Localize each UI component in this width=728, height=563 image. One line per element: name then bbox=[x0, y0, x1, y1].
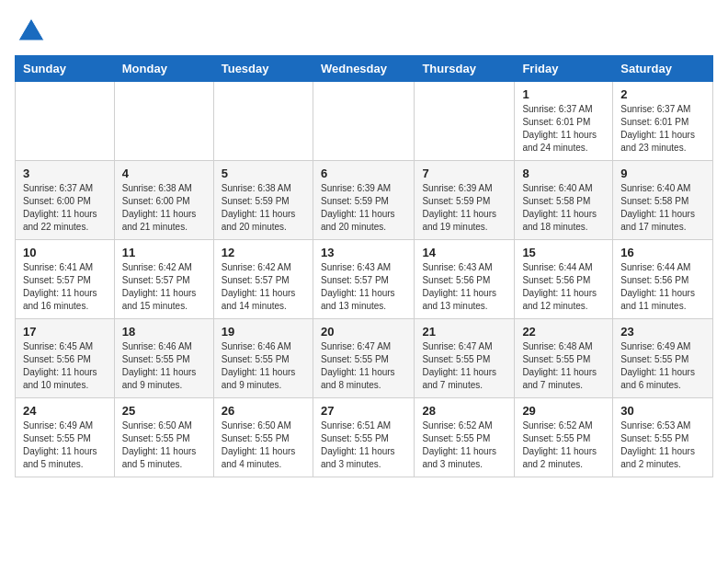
calendar-cell: 13Sunrise: 6:43 AM Sunset: 5:57 PM Dayli… bbox=[313, 240, 414, 319]
day-info: Sunrise: 6:46 AM Sunset: 5:55 PM Dayligh… bbox=[222, 340, 305, 392]
calendar-cell: 29Sunrise: 6:52 AM Sunset: 5:55 PM Dayli… bbox=[515, 398, 613, 477]
day-info: Sunrise: 6:51 AM Sunset: 5:55 PM Dayligh… bbox=[321, 419, 406, 471]
day-number: 10 bbox=[23, 246, 107, 259]
calendar-cell: 30Sunrise: 6:53 AM Sunset: 5:55 PM Dayli… bbox=[613, 398, 713, 477]
day-info: Sunrise: 6:42 AM Sunset: 5:57 PM Dayligh… bbox=[122, 261, 206, 313]
calendar-cell: 8Sunrise: 6:40 AM Sunset: 5:58 PM Daylig… bbox=[515, 161, 613, 240]
day-number: 1 bbox=[522, 87, 605, 101]
calendar-cell: 2Sunrise: 6:37 AM Sunset: 6:01 PM Daylig… bbox=[613, 82, 713, 161]
day-info: Sunrise: 6:50 AM Sunset: 5:55 PM Dayligh… bbox=[222, 419, 305, 471]
day-info: Sunrise: 6:39 AM Sunset: 5:59 PM Dayligh… bbox=[321, 182, 406, 234]
calendar-cell bbox=[16, 82, 115, 161]
calendar-cell: 3Sunrise: 6:37 AM Sunset: 6:00 PM Daylig… bbox=[16, 161, 115, 240]
day-number: 26 bbox=[222, 404, 305, 418]
day-info: Sunrise: 6:38 AM Sunset: 6:00 PM Dayligh… bbox=[122, 182, 206, 234]
calendar-cell: 26Sunrise: 6:50 AM Sunset: 5:55 PM Dayli… bbox=[213, 398, 313, 477]
calendar-week-row: 17Sunrise: 6:45 AM Sunset: 5:56 PM Dayli… bbox=[16, 319, 713, 398]
calendar-cell: 16Sunrise: 6:44 AM Sunset: 5:56 PM Dayli… bbox=[613, 240, 713, 319]
day-number: 20 bbox=[321, 325, 406, 339]
day-info: Sunrise: 6:49 AM Sunset: 5:55 PM Dayligh… bbox=[620, 340, 705, 392]
day-number: 3 bbox=[23, 167, 107, 180]
day-info: Sunrise: 6:45 AM Sunset: 5:56 PM Dayligh… bbox=[23, 340, 107, 392]
calendar-cell: 23Sunrise: 6:49 AM Sunset: 5:55 PM Dayli… bbox=[613, 319, 713, 398]
day-number: 29 bbox=[522, 404, 605, 418]
day-number: 15 bbox=[522, 246, 605, 259]
day-number: 27 bbox=[321, 404, 406, 418]
day-number: 7 bbox=[422, 167, 506, 180]
calendar-week-row: 24Sunrise: 6:49 AM Sunset: 5:55 PM Dayli… bbox=[16, 398, 713, 477]
calendar-cell: 4Sunrise: 6:38 AM Sunset: 6:00 PM Daylig… bbox=[114, 161, 213, 240]
calendar-week-row: 3Sunrise: 6:37 AM Sunset: 6:00 PM Daylig… bbox=[16, 161, 713, 240]
day-number: 6 bbox=[321, 167, 406, 180]
calendar-cell bbox=[415, 82, 515, 161]
logo bbox=[15, 15, 53, 48]
day-number: 12 bbox=[222, 246, 305, 259]
day-number: 9 bbox=[620, 167, 705, 180]
day-info: Sunrise: 6:46 AM Sunset: 5:55 PM Dayligh… bbox=[122, 340, 206, 392]
day-number: 2 bbox=[620, 87, 705, 101]
calendar-cell: 17Sunrise: 6:45 AM Sunset: 5:56 PM Dayli… bbox=[16, 319, 115, 398]
calendar-cell: 28Sunrise: 6:52 AM Sunset: 5:55 PM Dayli… bbox=[415, 398, 515, 477]
day-number: 25 bbox=[122, 404, 206, 418]
calendar-cell: 20Sunrise: 6:47 AM Sunset: 5:55 PM Dayli… bbox=[313, 319, 414, 398]
day-info: Sunrise: 6:38 AM Sunset: 5:59 PM Dayligh… bbox=[222, 182, 305, 234]
day-number: 8 bbox=[522, 167, 605, 180]
day-info: Sunrise: 6:42 AM Sunset: 5:57 PM Dayligh… bbox=[222, 261, 305, 313]
day-info: Sunrise: 6:43 AM Sunset: 5:56 PM Dayligh… bbox=[422, 261, 506, 313]
calendar-cell bbox=[213, 82, 313, 161]
logo-icon bbox=[15, 15, 48, 48]
calendar-day-header: Tuesday bbox=[213, 56, 313, 82]
calendar-cell: 7Sunrise: 6:39 AM Sunset: 5:59 PM Daylig… bbox=[415, 161, 515, 240]
calendar-cell: 5Sunrise: 6:38 AM Sunset: 5:59 PM Daylig… bbox=[213, 161, 313, 240]
calendar-day-header: Wednesday bbox=[313, 56, 414, 82]
day-info: Sunrise: 6:40 AM Sunset: 5:58 PM Dayligh… bbox=[620, 182, 705, 234]
calendar-day-header: Thursday bbox=[415, 56, 515, 82]
day-number: 23 bbox=[620, 325, 705, 339]
day-info: Sunrise: 6:40 AM Sunset: 5:58 PM Dayligh… bbox=[522, 182, 605, 234]
day-number: 28 bbox=[422, 404, 506, 418]
day-info: Sunrise: 6:52 AM Sunset: 5:55 PM Dayligh… bbox=[522, 419, 605, 471]
calendar-cell: 25Sunrise: 6:50 AM Sunset: 5:55 PM Dayli… bbox=[114, 398, 213, 477]
calendar-cell: 10Sunrise: 6:41 AM Sunset: 5:57 PM Dayli… bbox=[16, 240, 115, 319]
calendar-cell: 22Sunrise: 6:48 AM Sunset: 5:55 PM Dayli… bbox=[515, 319, 613, 398]
day-number: 4 bbox=[122, 167, 206, 180]
calendar-cell: 14Sunrise: 6:43 AM Sunset: 5:56 PM Dayli… bbox=[415, 240, 515, 319]
day-number: 14 bbox=[422, 246, 506, 259]
calendar-week-row: 1Sunrise: 6:37 AM Sunset: 6:01 PM Daylig… bbox=[16, 82, 713, 161]
day-info: Sunrise: 6:47 AM Sunset: 5:55 PM Dayligh… bbox=[422, 340, 506, 392]
calendar-cell: 11Sunrise: 6:42 AM Sunset: 5:57 PM Dayli… bbox=[114, 240, 213, 319]
day-info: Sunrise: 6:41 AM Sunset: 5:57 PM Dayligh… bbox=[23, 261, 107, 313]
calendar-header-row: SundayMondayTuesdayWednesdayThursdayFrid… bbox=[16, 56, 713, 82]
calendar-day-header: Sunday bbox=[16, 56, 115, 82]
day-info: Sunrise: 6:49 AM Sunset: 5:55 PM Dayligh… bbox=[23, 419, 107, 471]
day-info: Sunrise: 6:44 AM Sunset: 5:56 PM Dayligh… bbox=[620, 261, 705, 313]
day-info: Sunrise: 6:50 AM Sunset: 5:55 PM Dayligh… bbox=[122, 419, 206, 471]
day-number: 11 bbox=[122, 246, 206, 259]
day-info: Sunrise: 6:37 AM Sunset: 6:01 PM Dayligh… bbox=[620, 103, 705, 155]
day-info: Sunrise: 6:48 AM Sunset: 5:55 PM Dayligh… bbox=[522, 340, 605, 392]
calendar-cell: 15Sunrise: 6:44 AM Sunset: 5:56 PM Dayli… bbox=[515, 240, 613, 319]
day-info: Sunrise: 6:53 AM Sunset: 5:55 PM Dayligh… bbox=[620, 419, 705, 471]
calendar-cell: 18Sunrise: 6:46 AM Sunset: 5:55 PM Dayli… bbox=[114, 319, 213, 398]
day-number: 18 bbox=[122, 325, 206, 339]
day-info: Sunrise: 6:37 AM Sunset: 6:01 PM Dayligh… bbox=[522, 103, 605, 155]
day-info: Sunrise: 6:43 AM Sunset: 5:57 PM Dayligh… bbox=[321, 261, 406, 313]
day-number: 5 bbox=[222, 167, 305, 180]
day-number: 17 bbox=[23, 325, 107, 339]
calendar-cell: 12Sunrise: 6:42 AM Sunset: 5:57 PM Dayli… bbox=[213, 240, 313, 319]
calendar-cell: 27Sunrise: 6:51 AM Sunset: 5:55 PM Dayli… bbox=[313, 398, 414, 477]
calendar-cell bbox=[114, 82, 213, 161]
calendar-day-header: Monday bbox=[114, 56, 213, 82]
day-number: 22 bbox=[522, 325, 605, 339]
calendar-cell: 21Sunrise: 6:47 AM Sunset: 5:55 PM Dayli… bbox=[415, 319, 515, 398]
calendar-cell: 9Sunrise: 6:40 AM Sunset: 5:58 PM Daylig… bbox=[613, 161, 713, 240]
day-number: 19 bbox=[222, 325, 305, 339]
calendar-cell bbox=[313, 82, 414, 161]
svg-marker-0 bbox=[18, 18, 44, 40]
day-info: Sunrise: 6:47 AM Sunset: 5:55 PM Dayligh… bbox=[321, 340, 406, 392]
day-info: Sunrise: 6:52 AM Sunset: 5:55 PM Dayligh… bbox=[422, 419, 506, 471]
day-number: 16 bbox=[620, 246, 705, 259]
day-info: Sunrise: 6:39 AM Sunset: 5:59 PM Dayligh… bbox=[422, 182, 506, 234]
day-number: 30 bbox=[620, 404, 705, 418]
calendar-week-row: 10Sunrise: 6:41 AM Sunset: 5:57 PM Dayli… bbox=[16, 240, 713, 319]
